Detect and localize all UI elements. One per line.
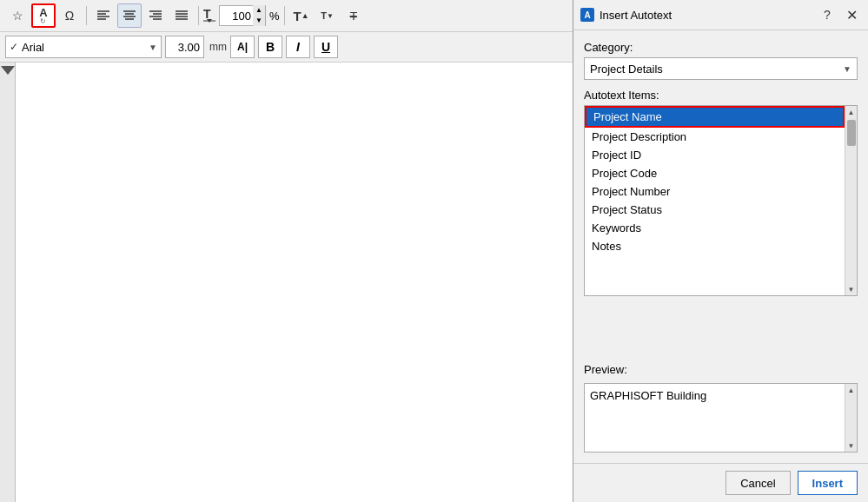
strikethrough-button[interactable]: T̶ — [341, 3, 366, 28]
cancel-button[interactable]: Cancel — [726, 471, 790, 495]
preview-scrollbar: ▲ ▼ — [845, 384, 857, 452]
category-dropdown-arrow: ▼ — [843, 64, 851, 74]
scroll-up-arrow[interactable]: ▲ — [845, 106, 858, 118]
align-justify-button[interactable] — [169, 3, 194, 28]
pct-label: % — [269, 10, 280, 23]
app-window: ☆ A ↻ Ω — [0, 0, 868, 502]
scroll-thumb[interactable] — [847, 120, 856, 146]
autotext-list-item[interactable]: Notes — [585, 237, 845, 255]
align-right-button[interactable] — [143, 3, 168, 28]
omega-button[interactable]: Ω — [57, 3, 82, 28]
dialog-body: Category: Project Details ▼ Autotext Ite… — [573, 63, 868, 463]
autotext-section: Autotext Items: Project NameProject Desc… — [584, 89, 858, 354]
baseline-button[interactable]: A| — [230, 36, 255, 58]
font-name-label: Arial — [22, 41, 149, 54]
align-left-button[interactable] — [91, 3, 116, 28]
list-scrollbar: ▲ ▼ — [845, 106, 857, 295]
main-area: A Insert Autotext ? ✕ Category: Project … — [0, 63, 868, 502]
category-section: Category: Project Details ▼ — [584, 63, 858, 80]
svg-text:T: T — [203, 8, 211, 21]
font-select[interactable]: ✓ Arial ▼ — [5, 36, 162, 58]
dialog-footer: Cancel Insert — [573, 463, 868, 502]
preview-text: GRAPHISOFT Building — [590, 389, 851, 446]
autotext-list-item[interactable]: Project Status — [585, 201, 845, 219]
autotext-list-item[interactable]: Project Name — [585, 106, 845, 128]
insert-autotext-dialog: A Insert Autotext ? ✕ Category: Project … — [573, 63, 868, 502]
ruler-left — [0, 63, 16, 502]
sep3 — [284, 6, 285, 25]
font-size-bigger-button[interactable]: T▲ — [289, 3, 314, 28]
autotext-items-label: Autotext Items: — [584, 89, 858, 102]
size-unit-label: mm — [209, 41, 227, 53]
sep2 — [198, 6, 199, 25]
font-size-up[interactable]: ▲ — [253, 5, 265, 16]
bold-button[interactable]: B — [258, 36, 282, 58]
autotext-list-item[interactable]: Project ID — [585, 146, 845, 164]
preview-box: GRAPHISOFT Building ▲ ▼ — [584, 383, 858, 452]
autotext-list-item[interactable]: Keywords — [585, 219, 845, 237]
underline-button[interactable]: U — [314, 36, 338, 58]
scroll-down-arrow[interactable]: ▼ — [845, 283, 858, 295]
italic-button[interactable]: I — [286, 36, 310, 58]
autotext-button[interactable]: A ↻ — [31, 3, 56, 28]
autotext-list-container: Project NameProject DescriptionProject I… — [584, 105, 858, 296]
font-size-mm-input[interactable] — [165, 36, 204, 58]
preview-section: Preview: GRAPHISOFT Building ▲ ▼ — [584, 363, 858, 452]
align-center-button[interactable] — [117, 3, 142, 28]
category-dropdown[interactable]: Project Details ▼ — [584, 63, 858, 80]
font-size-down[interactable]: ▼ — [253, 16, 265, 26]
autotext-list: Project NameProject DescriptionProject I… — [585, 106, 845, 295]
autotext-list-item[interactable]: Project Number — [585, 182, 845, 201]
font-size-smaller-button[interactable]: T▼ — [315, 3, 340, 28]
preview-scroll-up[interactable]: ▲ — [845, 384, 858, 396]
preview-scroll-down[interactable]: ▼ — [845, 439, 858, 452]
sep1 — [86, 6, 87, 25]
font-size-input[interactable]: 100 ▲ ▼ — [219, 5, 266, 26]
autotext-list-item[interactable]: Project Code — [585, 164, 845, 182]
font-checkmark: ✓ — [10, 41, 18, 53]
preview-label: Preview: — [584, 363, 858, 376]
font-dropdown-arrow: ▼ — [149, 43, 157, 52]
font-size-value[interactable]: 100 — [220, 6, 253, 25]
category-value: Project Details — [590, 63, 663, 76]
autotext-list-item[interactable]: Project Description — [585, 128, 845, 146]
star-button[interactable]: ☆ — [5, 3, 30, 28]
ruler-marker — [1, 66, 15, 75]
insert-button[interactable]: Insert — [798, 471, 858, 495]
